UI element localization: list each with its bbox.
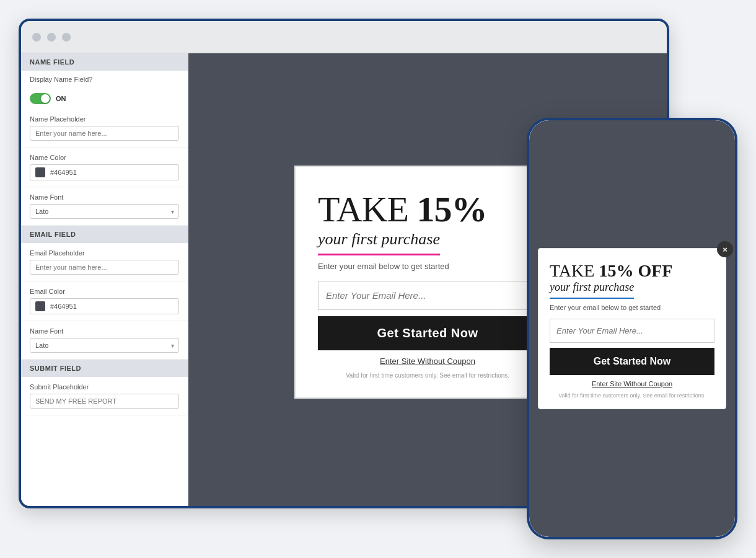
name-color-field: Name Color #464951 [21,148,188,187]
mobile-popup-submit-button[interactable]: Get Started Now [550,348,714,375]
desktop-popup-skip-link[interactable]: Enter Site Without Coupon [318,356,537,366]
name-color-value: #464951 [50,169,77,176]
email-color-label: Email Color [30,288,179,295]
popup-title-bold: 15% [416,189,486,229]
mobile-popup-email-input[interactable] [550,319,714,343]
desktop-titlebar [21,21,667,53]
desktop-popup-email-input[interactable] [318,281,537,310]
outer-wrapper: NAME FIELD Display Name Field? ON Name P… [19,19,737,539]
mobile-popup: × TAKE 15% OFF your first purchase Enter… [538,248,726,409]
submit-placeholder-label: Submit Placeholder [30,383,179,391]
name-color-swatch[interactable]: #464951 [30,164,179,180]
email-color-value: #464951 [50,303,77,310]
name-placeholder-label: Name Placeholder [30,115,179,123]
submit-placeholder-input[interactable] [30,394,179,409]
mobile-popup-skip-link[interactable]: Enter Site Without Coupon [550,380,714,388]
mobile-popup-desc: Enter your email below to get started [550,304,714,311]
name-font-select-wrap: Lato [30,204,179,219]
desktop-popup: TAKE 15% your first purchase Enter your … [294,166,561,399]
email-color-field: Email Color #464951 [21,281,188,321]
mobile-popup-subtitle-text: your first purchase [550,281,634,299]
desktop-popup-desc: Enter your email below to get started [318,262,537,271]
mobile-mockup: × TAKE 15% OFF your first purchase Enter… [527,118,737,539]
email-color-box [35,301,45,311]
desktop-popup-fine-print: Valid for first time customers only. See… [318,372,537,379]
name-placeholder-input[interactable] [30,126,179,141]
desktop-popup-subtitle: your first purchase [318,228,537,255]
desktop-popup-submit-button[interactable]: Get Started Now [318,316,537,350]
titlebar-dot-3 [62,33,71,42]
sidebar: NAME FIELD Display Name Field? ON Name P… [21,53,188,508]
popup-title-regular: TAKE [318,189,416,229]
toggle-control-row: ON [21,88,188,109]
sidebar-section-name-field: NAME FIELD [21,53,188,71]
name-font-select[interactable]: Lato [30,204,179,219]
mobile-screen: × TAKE 15% OFF your first purchase Enter… [529,120,735,537]
submit-placeholder-field: Submit Placeholder [21,377,188,415]
mobile-popup-fine-print: Valid for first time customers only. See… [550,392,714,399]
email-font-field: Name Font Lato [21,321,188,360]
toggle-display-name-label: Display Name Field? [30,76,179,83]
mobile-popup-title-regular: TAKE [550,261,599,280]
mobile-popup-subtitle-wrap: your first purchase [550,280,714,299]
email-placeholder-field: Email Placeholder [21,243,188,281]
email-placeholder-input[interactable] [30,260,179,275]
email-font-select[interactable]: Lato [30,338,179,353]
toggle-on-label: ON [56,95,66,102]
titlebar-dot-1 [32,33,41,42]
email-placeholder-label: Email Placeholder [30,249,179,257]
mobile-popup-title: TAKE 15% OFF [550,262,714,280]
email-font-label: Name Font [30,327,179,335]
sidebar-section-email-field: EMAIL FIELD [21,226,188,243]
name-color-box [35,167,45,177]
name-font-label: Name Font [30,193,179,201]
desktop-popup-title: TAKE 15% [318,192,537,228]
sidebar-section-submit-field: SUBMIT FIELD [21,360,188,377]
display-name-toggle[interactable] [30,93,51,104]
popup-subtitle-text: your first purchase [318,230,440,255]
toggle-row-display-name: Display Name Field? [21,71,188,88]
email-font-select-wrap: Lato [30,338,179,353]
name-color-label: Name Color [30,154,179,161]
name-placeholder-field: Name Placeholder [21,109,188,148]
mobile-popup-close-button[interactable]: × [717,241,733,257]
titlebar-dot-2 [47,33,56,42]
mobile-popup-title-bold: 15% OFF [599,261,672,280]
email-color-swatch[interactable]: #464951 [30,298,179,314]
name-font-field: Name Font Lato [21,187,188,226]
